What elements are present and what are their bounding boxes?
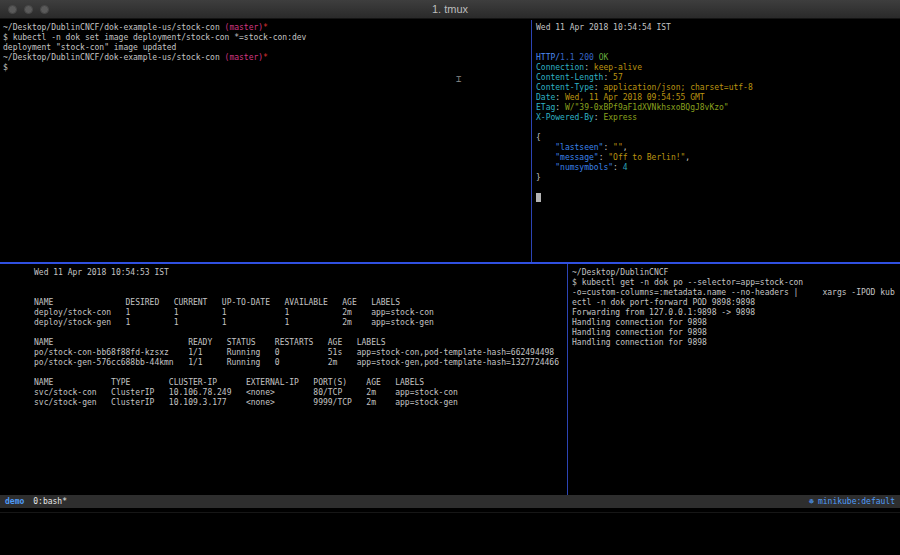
text-segment: NAME TYPE CLUSTER-IP EXTERNAL-IP PORT(S)… xyxy=(34,378,424,387)
tmux-session-area: ~/Desktop/DublinCNCF/dok-example-us/stoc… xyxy=(0,20,900,508)
text-segment: : xyxy=(584,63,594,72)
text-segment: po/stock-gen-576cc688bb-44kmn 1/1 Runnin… xyxy=(34,358,559,367)
terminal-line: $ kubectl get -n dok po --selector=app=s… xyxy=(572,278,900,288)
terminal-line: Wed 11 Apr 2018 10:54:54 IST xyxy=(536,23,900,33)
tmux-window-name[interactable]: 0:bash* xyxy=(33,495,67,508)
terminal-line: NAME TYPE CLUSTER-IP EXTERNAL-IP PORT(S)… xyxy=(34,378,567,388)
window-title: 1. tmux xyxy=(0,0,900,19)
text-segment xyxy=(536,143,555,152)
terminal-line: -o=custom-columns=:metadata.name --no-he… xyxy=(572,288,900,298)
tmux-status-bar: demo 0:bash* ☸ minikube:default xyxy=(0,495,900,508)
text-segment: deploy/stock-gen 1 1 1 1 2m app=stock-ge… xyxy=(34,318,434,327)
text-segment: "" xyxy=(613,143,623,152)
text-segment: : xyxy=(603,73,613,82)
zoom-button[interactable] xyxy=(40,5,49,14)
text-segment: svc/stock-con ClusterIP 10.106.78.249 <n… xyxy=(34,388,458,397)
text-segment: * xyxy=(263,23,268,32)
pane-shell-kubectl-set-image[interactable]: ~/Desktop/DublinCNCF/dok-example-us/stoc… xyxy=(0,20,531,262)
text-segment: X-Powered-By xyxy=(536,113,594,122)
terminal-line: deployment "stock-con" image updated xyxy=(3,43,531,53)
text-segment: : xyxy=(594,113,604,122)
text-segment: Wed, 11 Apr 2018 09:54:55 GMT xyxy=(565,93,705,102)
text-segment xyxy=(536,163,555,172)
tmux-session-name: demo xyxy=(5,495,24,508)
terminal-line xyxy=(34,288,567,298)
minimize-button[interactable] xyxy=(24,5,33,14)
terminal-line xyxy=(536,183,900,193)
text-segment: : xyxy=(603,143,613,152)
text-segment: , xyxy=(685,153,690,162)
text-segment: deploy/stock-con 1 1 1 1 2m app=stock-co… xyxy=(34,308,434,317)
text-segment: NAME DESIRED CURRENT UP-TO-DATE AVAILABL… xyxy=(34,298,400,307)
text-segment: Wed 11 Apr 2018 10:54:54 IST xyxy=(536,23,671,32)
text-segment: application/json; charset=utf-8 xyxy=(603,83,752,92)
text-segment: (master) xyxy=(225,53,264,62)
terminal-line: Wed 11 Apr 2018 10:54:53 IST xyxy=(34,268,567,278)
text-segment: deployment "stock-con" image updated xyxy=(3,43,176,52)
text-segment: W/"39-0xBPf9aF1dXVNkhsxoBQgJ8vKzo" xyxy=(565,103,729,112)
kubernetes-helm-icon: ☸ xyxy=(809,495,814,508)
kube-context-namespace: minikube:default xyxy=(818,495,895,508)
text-segment: Content-Type xyxy=(536,83,594,92)
text-segment: "lastseen" xyxy=(555,143,603,152)
terminal-line: svc/stock-con ClusterIP 10.106.78.249 <n… xyxy=(34,388,567,398)
close-button[interactable] xyxy=(8,5,17,14)
window-bottom-edge xyxy=(0,508,900,513)
terminal-line: po/stock-con-bb68f88fd-kzsxz 1/1 Running… xyxy=(34,348,567,358)
terminal-line: ~/Desktop/DublinCNCF xyxy=(572,268,900,278)
terminal-line xyxy=(536,33,900,43)
text-segment: Handling connection for 9898 xyxy=(572,328,707,337)
text-segment: : xyxy=(555,93,565,102)
terminal-line: "message": "Off to Berlin!", xyxy=(536,153,900,163)
text-segment: Content-Length xyxy=(536,73,603,82)
mouse-text-cursor-icon: ⌶ xyxy=(456,75,461,84)
text-segment: Handling connection for 9898 xyxy=(572,338,707,347)
terminal-line: $ kubectl -n dok set image deployment/st… xyxy=(3,33,531,43)
window-controls xyxy=(8,5,49,14)
text-segment: ~/Desktop/DublinCNCF/dok-example-us/stoc… xyxy=(3,23,225,32)
terminal-line: ~/Desktop/DublinCNCF/dok-example-us/stoc… xyxy=(3,53,531,63)
text-segment: Forwarding from 127.0.0.1:9898 -> 9898 xyxy=(572,308,755,317)
terminal-line: po/stock-gen-576cc688bb-44kmn 1/1 Runnin… xyxy=(34,358,567,368)
pane-http-response[interactable]: Wed 11 Apr 2018 10:54:54 IST HTTP/1.1 20… xyxy=(532,20,900,262)
terminal-line: HTTP/1.1 200 OK xyxy=(536,53,900,63)
terminal-line: $ xyxy=(3,63,531,73)
text-segment: : xyxy=(613,163,623,172)
terminal-line: Handling connection for 9898 xyxy=(572,328,900,338)
text-segment: 4 xyxy=(623,163,628,172)
terminal-line: Handling connection for 9898 xyxy=(572,338,900,348)
terminal-line: deploy/stock-gen 1 1 1 1 2m app=stock-ge… xyxy=(34,318,567,328)
terminal-line: X-Powered-By: Express xyxy=(536,113,900,123)
text-segment: "Off to Berlin!" xyxy=(608,153,685,162)
terminal-line: Connection: keep-alive xyxy=(536,63,900,73)
text-segment: Date xyxy=(536,93,555,102)
text-segment: -o=custom-columns=:metadata.name --no-he… xyxy=(572,288,895,297)
terminal-line: Forwarding from 127.0.0.1:9898 -> 9898 xyxy=(572,308,900,318)
text-segment: ETag xyxy=(536,103,555,112)
text-segment: "message" xyxy=(555,153,598,162)
terminal-line xyxy=(536,193,900,203)
text-segment: HTTP/ xyxy=(536,53,560,62)
terminal-line: Content-Length: 57 xyxy=(536,73,900,83)
terminal-line xyxy=(34,278,567,288)
terminal-line: NAME READY STATUS RESTARTS AGE LABELS xyxy=(34,338,567,348)
status-bar-right: ☸ minikube:default xyxy=(809,495,895,508)
terminal-line: Date: Wed, 11 Apr 2018 09:54:55 GMT xyxy=(536,93,900,103)
terminal-window: 1. tmux ~/Desktop/DublinCNCF/dok-example… xyxy=(0,0,900,555)
text-segment xyxy=(536,153,555,162)
text-segment: po/stock-con-bb68f88fd-kzsxz 1/1 Running… xyxy=(34,348,554,357)
terminal-line: Handling connection for 9898 xyxy=(572,318,900,328)
terminal-line xyxy=(536,43,900,53)
text-segment: "numsymbols" xyxy=(555,163,613,172)
status-bar-left: demo 0:bash* xyxy=(5,495,67,508)
terminal-line: ETag: W/"39-0xBPf9aF1dXVNkhsxoBQgJ8vKzo" xyxy=(536,103,900,113)
terminal-cursor xyxy=(536,193,541,202)
terminal-line xyxy=(34,328,567,338)
text-segment: Express xyxy=(603,113,637,122)
text-segment: $ kubectl -n dok set image deployment/st… xyxy=(3,33,306,42)
window-title-bar: 1. tmux xyxy=(0,0,900,19)
pane-kubectl-resources[interactable]: Wed 11 Apr 2018 10:54:53 IST NAME DESIRE… xyxy=(0,264,567,495)
text-segment: $ xyxy=(3,63,8,72)
text-segment: : xyxy=(594,83,604,92)
pane-port-forward[interactable]: ~/Desktop/DublinCNCF$ kubectl get -n dok… xyxy=(568,264,900,495)
